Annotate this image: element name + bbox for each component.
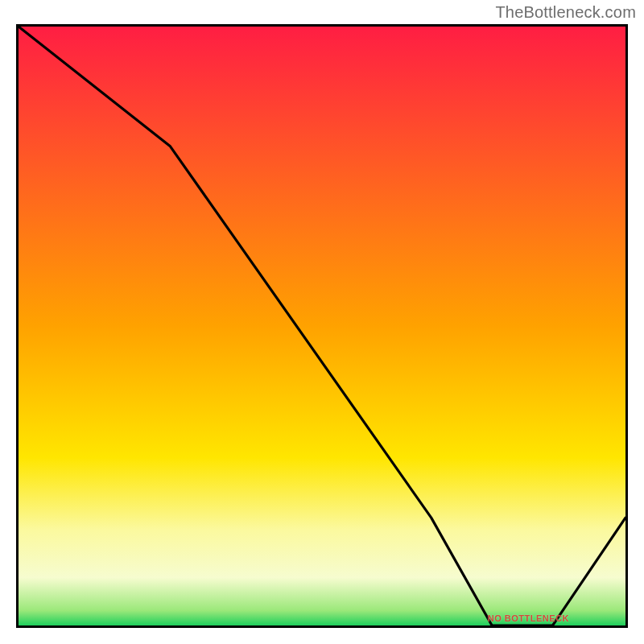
plot-area (16, 24, 628, 628)
chart-stage: TheBottleneck.com NO BOTTLENECK (0, 0, 644, 644)
chart-background-gradient (19, 27, 625, 625)
no-bottleneck-label: NO BOTTLENECK (488, 613, 569, 623)
watermark-text: TheBottleneck.com (495, 3, 636, 22)
chart-svg (19, 27, 625, 625)
